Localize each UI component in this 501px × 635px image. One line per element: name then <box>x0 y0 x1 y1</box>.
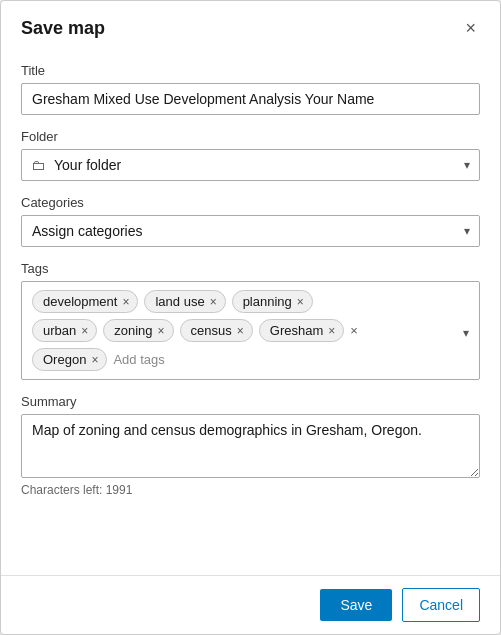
folder-select-wrapper[interactable]: 🗀 Your folder ▾ <box>21 149 480 181</box>
tag-urban: urban × <box>32 319 97 342</box>
tag-development-remove[interactable]: × <box>122 296 129 308</box>
tag-land-use: land use × <box>144 290 225 313</box>
folder-select-display[interactable]: Your folder <box>21 149 480 181</box>
tag-zoning-text: zoning <box>114 323 152 338</box>
dialog-title: Save map <box>21 18 105 39</box>
summary-input[interactable] <box>21 414 480 478</box>
categories-select[interactable]: Assign categories <box>21 215 480 247</box>
tags-row-2: urban × zoning × census × Gresham × <box>32 319 469 342</box>
tags-box: development × land use × planning × urba… <box>21 281 480 380</box>
dialog-footer: Save Cancel <box>1 575 500 634</box>
folder-value: Your folder <box>54 157 121 173</box>
folder-label: Folder <box>21 129 480 144</box>
title-input[interactable] <box>21 83 480 115</box>
tags-row-1: development × land use × planning × <box>32 290 469 313</box>
dialog-body: Title Folder 🗀 Your folder ▾ Categories … <box>1 51 500 575</box>
tag-gresham-extra-remove[interactable]: × <box>350 324 358 337</box>
dialog-header: Save map × <box>1 1 500 51</box>
cancel-button[interactable]: Cancel <box>402 588 480 622</box>
categories-label: Categories <box>21 195 480 210</box>
summary-field-group: Summary Characters left: 1991 <box>21 394 480 497</box>
save-button[interactable]: Save <box>320 589 392 621</box>
tag-census: census × <box>180 319 253 342</box>
tags-field-group: Tags development × land use × planning × <box>21 261 480 380</box>
tags-expand-icon[interactable]: ▾ <box>463 326 469 342</box>
categories-select-wrapper[interactable]: Assign categories ▾ <box>21 215 480 247</box>
tag-gresham-text: Gresham <box>270 323 323 338</box>
tag-oregon-remove[interactable]: × <box>91 354 98 366</box>
folder-chevron-icon: ▾ <box>464 158 470 172</box>
save-map-dialog: Save map × Title Folder 🗀 Your folder ▾ … <box>0 0 501 635</box>
tag-gresham-remove[interactable]: × <box>328 325 335 337</box>
tag-census-remove[interactable]: × <box>237 325 244 337</box>
tag-zoning: zoning × <box>103 319 173 342</box>
tag-zoning-remove[interactable]: × <box>158 325 165 337</box>
folder-field-group: Folder 🗀 Your folder ▾ <box>21 129 480 181</box>
tag-oregon-text: Oregon <box>43 352 86 367</box>
add-tags-input[interactable]: Add tags <box>113 349 164 370</box>
tags-row-3: Oregon × Add tags <box>32 348 469 371</box>
title-field-group: Title <box>21 63 480 115</box>
tag-development-text: development <box>43 294 117 309</box>
tag-planning-text: planning <box>243 294 292 309</box>
title-label: Title <box>21 63 480 78</box>
tag-urban-remove[interactable]: × <box>81 325 88 337</box>
tag-planning-remove[interactable]: × <box>297 296 304 308</box>
tag-oregon: Oregon × <box>32 348 107 371</box>
tag-development: development × <box>32 290 138 313</box>
tag-gresham: Gresham × <box>259 319 344 342</box>
folder-icon: 🗀 <box>31 157 45 173</box>
summary-label: Summary <box>21 394 480 409</box>
categories-field-group: Categories Assign categories ▾ <box>21 195 480 247</box>
tag-land-use-remove[interactable]: × <box>210 296 217 308</box>
tag-census-text: census <box>191 323 232 338</box>
chars-left: Characters left: 1991 <box>21 483 480 497</box>
tag-urban-text: urban <box>43 323 76 338</box>
tag-planning: planning × <box>232 290 313 313</box>
close-button[interactable]: × <box>461 17 480 39</box>
tag-land-use-text: land use <box>155 294 204 309</box>
tags-label: Tags <box>21 261 480 276</box>
